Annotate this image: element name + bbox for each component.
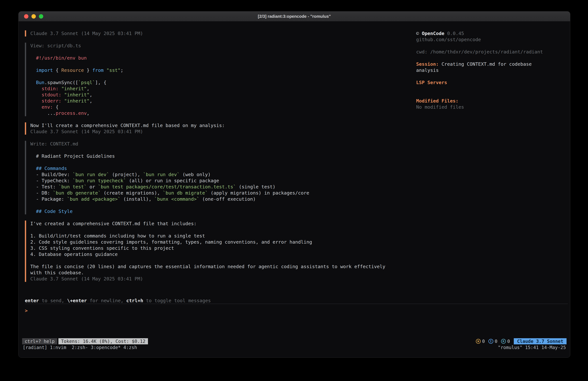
text-segment: or bbox=[87, 184, 98, 190]
text-segment: 1. Build/lint/test commands including ho… bbox=[30, 233, 205, 239]
tokens-cost-indicator: Tokens: 16.4K (8%), Cost: $0.12 bbox=[58, 338, 148, 344]
sidebar-line: cwd: /home/thdxr/dev/projects/radiant/ra… bbox=[416, 49, 567, 55]
text-segment: analysis bbox=[416, 67, 439, 73]
chat-line bbox=[30, 49, 416, 55]
sidebar-line: Session: Creating CONTEXT.md for codebas… bbox=[416, 61, 567, 67]
text-segment bbox=[30, 92, 42, 97]
tmux-session-clock: "romulus" 15:41 14-May-25 bbox=[498, 345, 566, 350]
diagnostic-count: 0 bbox=[507, 339, 510, 344]
text-segment: Write: CONTEXT.md bbox=[30, 141, 78, 147]
chat-line: ...process.env, bbox=[30, 110, 416, 116]
chat-line: I've created a comprehensive CONTEXT.md … bbox=[30, 221, 416, 227]
text-segment bbox=[61, 98, 64, 104]
chat-block: I've created a comprehensive CONTEXT.md … bbox=[25, 221, 416, 282]
chat-line: Write: CONTEXT.md bbox=[30, 141, 416, 147]
prompt-symbol: > bbox=[25, 308, 28, 313]
text-segment: 2. Code style guidelines covering import… bbox=[30, 239, 312, 245]
chat-line: #!/usr/bin/env bun bbox=[30, 55, 416, 61]
chat-line: # Radiant Project Guidelines bbox=[30, 153, 416, 159]
close-button[interactable] bbox=[24, 14, 28, 19]
text-segment: No modified files bbox=[416, 104, 464, 110]
sidebar-line: github.com/sst/opencode bbox=[416, 37, 567, 43]
text-segment: Creating CONTEXT.md for codebase bbox=[439, 61, 532, 67]
text-segment: { bbox=[53, 104, 59, 110]
tmux-window-list: [radiant] 1:nvim 2:zsh- 3:opencode* 4:zs… bbox=[23, 345, 137, 350]
text-segment: , bbox=[89, 92, 92, 97]
diagnostic-w: W0 bbox=[476, 339, 485, 344]
window-title: [2/3] radiant:3:opencode - "romulus" bbox=[258, 14, 331, 19]
text-segment: (install), bbox=[121, 196, 154, 202]
prompt-line[interactable]: > bbox=[25, 308, 568, 314]
chat-line: - Build/Dev: `bun run dev` (project), `b… bbox=[30, 171, 416, 178]
help-chip[interactable]: ctrl+? help bbox=[22, 338, 57, 344]
text-segment bbox=[30, 166, 36, 171]
text-segment: `bun db migrate` bbox=[163, 190, 208, 196]
text-segment: .spawnSync([ bbox=[44, 80, 78, 85]
model-badge[interactable]: Claude 3.7 Sonnet bbox=[514, 338, 567, 344]
chat-line bbox=[30, 202, 416, 208]
sidebar-line: analysis bbox=[416, 67, 567, 73]
chat-blocks: Claude 3.7 Sonnet (14 May 2025 03:41 PM)… bbox=[19, 22, 416, 297]
text-segment: - Test: bbox=[30, 184, 59, 190]
chat-line bbox=[30, 61, 416, 67]
sidebar-line: No modified files bbox=[416, 104, 567, 110]
text-segment: process.env bbox=[56, 111, 87, 116]
text-segment: \+enter bbox=[67, 298, 87, 303]
text-segment: - DB: bbox=[30, 190, 53, 196]
text-segment: ... bbox=[30, 111, 56, 116]
chat-line: stdout: "inherit", bbox=[30, 92, 416, 98]
sidebar-line bbox=[416, 73, 567, 79]
chat-line: - DB: `bun db generate` (create migratio… bbox=[30, 190, 416, 196]
text-segment: "inherit" bbox=[64, 92, 89, 97]
chat-block: Now I'll create a comprehensive CONTEXT.… bbox=[25, 122, 416, 135]
chat-line: Claude 3.7 Sonnet (14 May 2025 03:41 PM) bbox=[30, 30, 416, 37]
text-segment: (apply migrations) in packages/core bbox=[208, 190, 309, 196]
text-segment: to send, bbox=[39, 298, 67, 303]
minimize-button[interactable] bbox=[31, 14, 36, 19]
text-segment: I've created a comprehensive CONTEXT.md … bbox=[30, 221, 197, 226]
sidebar-line: © OpenCode 0.0.45 bbox=[416, 30, 567, 37]
main-row: Claude 3.7 Sonnet (14 May 2025 03:41 PM)… bbox=[19, 22, 570, 297]
text-segment: cwd: /home/thdxr/dev/projects/radiant/ra… bbox=[416, 49, 543, 55]
text-segment bbox=[30, 104, 42, 110]
text-segment: View: script/db.ts bbox=[30, 43, 81, 48]
text-segment: (one-off execution) bbox=[199, 196, 256, 202]
text-segment: Now I'll create a comprehensive CONTEXT.… bbox=[30, 123, 225, 128]
text-segment: `bun add <package>` bbox=[67, 196, 121, 202]
text-segment: #!/usr/bin/env bun bbox=[36, 55, 87, 61]
sidebar-line: LSP Servers bbox=[416, 79, 567, 86]
text-segment: (create migrations), bbox=[101, 190, 163, 196]
chat-block: Write: CONTEXT.md # Radiant Project Guid… bbox=[25, 141, 416, 214]
prompt-input[interactable]: > bbox=[25, 304, 568, 338]
text-segment bbox=[104, 67, 106, 73]
text-segment bbox=[30, 209, 36, 214]
text-segment: enter bbox=[25, 298, 39, 303]
titlebar[interactable]: [2/3] radiant:3:opencode - "romulus" bbox=[19, 11, 570, 22]
chat-line: - Test: `bun test` or `bun test packages… bbox=[30, 184, 416, 190]
text-segment: stderr: bbox=[42, 98, 61, 104]
diagnostic-count: 0 bbox=[482, 339, 485, 344]
text-segment: { bbox=[53, 67, 61, 73]
text-segment: ## Code Style bbox=[36, 209, 73, 214]
chat-line: env: { bbox=[30, 104, 416, 110]
chat-line: - TypeCheck: `bun run typecheck` (all) o… bbox=[30, 178, 416, 184]
sidebar-line bbox=[416, 55, 567, 61]
zoom-button[interactable] bbox=[39, 14, 43, 19]
text-segment: , bbox=[87, 86, 89, 91]
chat-line: Bun.spawnSync([`psql`], { bbox=[30, 79, 416, 86]
text-segment: `bun run dev` bbox=[143, 172, 180, 177]
chat-line: stdin: "inherit", bbox=[30, 86, 416, 92]
diagnostic-count: 0 bbox=[495, 339, 498, 344]
text-segment: for newline, bbox=[87, 298, 126, 303]
chat-line: ## Commands bbox=[30, 165, 416, 171]
text-segment: `psql` bbox=[78, 80, 95, 85]
text-segment: "inherit" bbox=[61, 86, 87, 91]
text-segment bbox=[30, 55, 36, 61]
terminal-window: [2/3] radiant:3:opencode - "romulus" Cla… bbox=[18, 11, 570, 358]
text-segment: Modified Files: bbox=[416, 98, 459, 104]
text-segment: `bunx <command>` bbox=[154, 196, 199, 202]
text-segment: stdin: bbox=[42, 86, 59, 91]
text-segment: # Radiant Project Guidelines bbox=[30, 153, 115, 159]
text-segment: "sst" bbox=[106, 67, 120, 73]
sidebar-line bbox=[416, 43, 567, 49]
